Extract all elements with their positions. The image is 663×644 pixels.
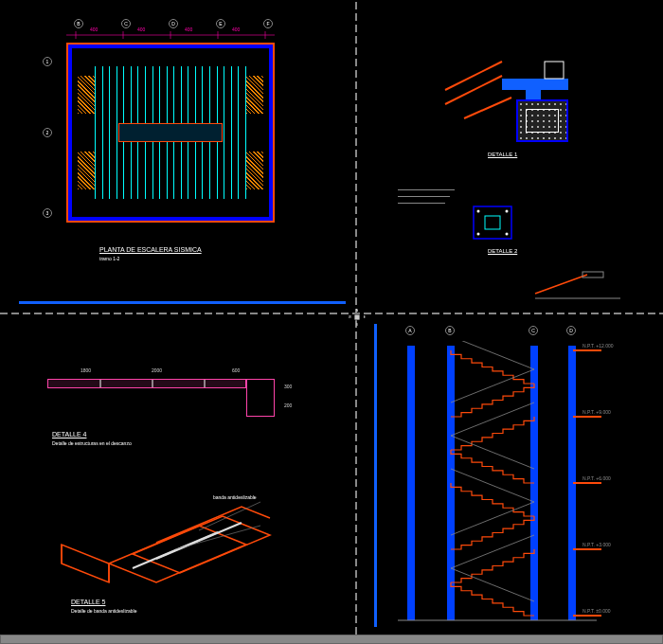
svg-rect-0 [354, 314, 360, 320]
detalle5-subtitle: Detalle de banda antideslizable [71, 608, 137, 614]
divider-horizontal [0, 313, 663, 314]
column-hatch [78, 76, 95, 114]
dim-value: 600 [232, 367, 240, 373]
detalle-2 [464, 199, 521, 247]
band-label-1: banda antideslizable [213, 494, 257, 500]
level-label: N.P.T. +3.000 [582, 542, 611, 547]
column-hatch [246, 76, 263, 114]
plan-central-landing [118, 123, 223, 142]
grid-label: C [529, 326, 538, 335]
detalle5-title: DETALLE 5 [71, 599, 105, 605]
level-label: N.P.T. +9.000 [582, 409, 611, 415]
svg-text:W: W [349, 315, 351, 319]
grid-label: B [74, 19, 83, 28]
svg-text:E: E [364, 315, 366, 319]
dim-value: 400 [232, 27, 240, 32]
beam-stub [246, 379, 275, 417]
detalle4-subtitle: Detalle de estructuras en el descanzo [52, 440, 132, 446]
dim-value: 1800 [81, 367, 91, 373]
svg-line-22 [535, 275, 587, 294]
compass-n: N [356, 309, 359, 313]
svg-point-18 [477, 210, 480, 213]
slope-detail [530, 270, 625, 303]
column-hatch [246, 152, 263, 189]
svg-line-12 [464, 98, 511, 118]
grid-label: F [263, 19, 273, 28]
svg-line-11 [445, 76, 502, 104]
grid-label: D [169, 19, 178, 28]
dim-value: 400 [185, 27, 192, 32]
beam-span [47, 379, 246, 388]
svg-text:S: S [356, 323, 358, 327]
dim-value: 300 [284, 384, 292, 389]
svg-rect-15 [545, 62, 564, 79]
detalle2-title: DETALLE 2 [488, 248, 517, 254]
grid-label: C [121, 19, 131, 28]
detalle-5: banda antideslizable [57, 474, 275, 597]
plan-title: PLANTA DE ESCALERA SISMICA [99, 246, 202, 253]
dim-value: 400 [137, 27, 145, 32]
detalle1-title: DETALLE 1 [488, 152, 517, 157]
detalle-1 [436, 52, 587, 157]
detalle-4 [47, 379, 275, 398]
grid-label: B [445, 326, 455, 335]
foundation-block [516, 99, 568, 142]
level-label: N.P.T. +6.000 [582, 475, 611, 481]
grid-label: A [405, 326, 415, 335]
svg-point-20 [477, 233, 480, 236]
svg-line-29 [156, 523, 242, 559]
grid-label: 3 [43, 208, 52, 218]
grid-label: 1 [43, 57, 52, 66]
level-label: N.P.T. ±0.000 [582, 608, 611, 614]
svg-point-19 [506, 210, 509, 213]
detalle2-leaders [398, 189, 455, 204]
grid-label: D [566, 326, 576, 335]
grid-label: 2 [43, 128, 52, 137]
grid-label: E [216, 19, 225, 28]
dim-value: 2000 [152, 367, 162, 373]
plan-view [66, 43, 275, 223]
blueline-elev [374, 324, 377, 627]
level-label: N.P.T. +12.000 [582, 343, 614, 349]
svg-line-10 [445, 62, 502, 90]
column-hatch [78, 152, 95, 189]
detalle4-title: DETALLE 4 [52, 431, 86, 438]
scrollbar-bottom[interactable] [0, 635, 663, 644]
dim-value: 200 [284, 402, 292, 408]
blueline-plan [19, 301, 346, 304]
stair-elevation: ABCD N.P.T. +12.000N.P.T. +9.000N.P.T. +… [398, 341, 616, 625]
dim-value: 400 [90, 27, 98, 32]
plan-subtitle: tramo 1-2 [99, 256, 119, 261]
svg-rect-17 [485, 216, 500, 229]
compass: N E S W [348, 308, 367, 327]
svg-point-21 [506, 233, 509, 236]
svg-line-30 [199, 502, 260, 530]
svg-rect-13 [502, 79, 568, 90]
